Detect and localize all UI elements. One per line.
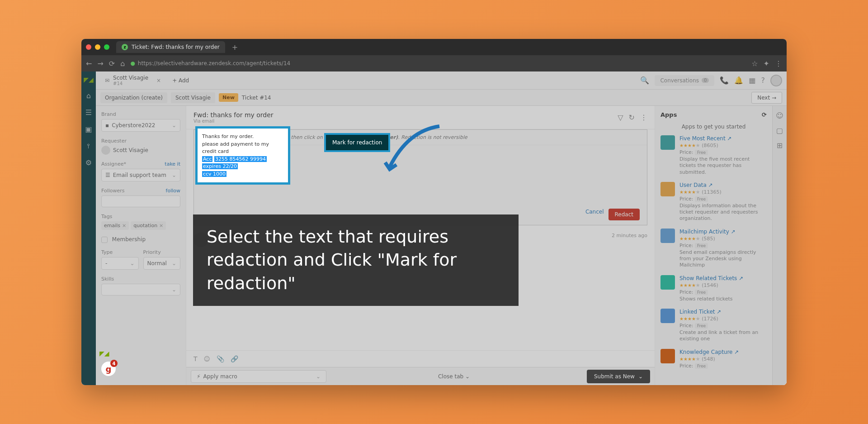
- remove-tag-icon[interactable]: ×: [159, 223, 163, 229]
- star-rating: ★★★★: [679, 236, 696, 241]
- group-icon: ☰: [105, 172, 110, 178]
- priority-select[interactable]: Normal⌄: [143, 257, 181, 270]
- tags-label: Tags: [101, 214, 180, 219]
- brand-select[interactable]: ▪ Cyberstore2022 ⌄: [101, 119, 180, 132]
- back-icon[interactable]: ←: [86, 59, 92, 68]
- zendesk-logo[interactable]: ◤◢: [84, 76, 94, 83]
- reload-icon[interactable]: ⟳: [109, 59, 115, 68]
- requester-field[interactable]: Scott Visagie: [101, 146, 180, 155]
- annotation-arrow: [381, 122, 444, 176]
- views-icon[interactable]: ☰: [85, 108, 92, 117]
- chevron-down-icon: ⌄: [172, 122, 176, 129]
- attachment-icon[interactable]: 📎: [217, 355, 224, 362]
- home-icon[interactable]: ⌂: [120, 59, 125, 68]
- message-timestamp: 2 minutes ago: [612, 233, 647, 239]
- add-tab-button[interactable]: + Add: [172, 77, 189, 84]
- reporting-icon[interactable]: ⫯: [87, 142, 90, 150]
- app-icon: [660, 275, 675, 290]
- remove-tag-icon[interactable]: ×: [122, 223, 126, 229]
- requester-avatar: [101, 146, 110, 155]
- more-icon[interactable]: ⋮: [640, 113, 647, 122]
- emoji-icon[interactable]: ☺: [204, 355, 211, 362]
- bell-icon[interactable]: 🔔: [734, 76, 743, 85]
- menu-icon[interactable]: ⋮: [775, 59, 782, 68]
- phone-icon[interactable]: 📞: [720, 76, 729, 85]
- knowledge-icon[interactable]: ▢: [776, 126, 783, 135]
- close-tab-button[interactable]: Close tab ⌄: [438, 373, 470, 380]
- app-description: Create and link a ticket from an existin…: [679, 329, 767, 343]
- type-select[interactable]: -⌄: [101, 257, 139, 270]
- right-rail: ☺ ▢ ⊞: [772, 106, 787, 385]
- app-description: Shows related tickets: [679, 296, 767, 302]
- membership-checkbox[interactable]: [101, 237, 108, 243]
- app-item[interactable]: Five Most Recent ↗ ★★★★★ (8605) Price: F…: [660, 135, 767, 176]
- skills-select[interactable]: ⌄: [101, 284, 180, 295]
- message-content-highlight: Thanks for my order. please add payment …: [195, 126, 290, 185]
- tutorial-instruction: Select the text that requires redaction …: [193, 214, 519, 306]
- refresh-apps-icon[interactable]: ⟳: [762, 111, 767, 118]
- conversations-button[interactable]: Conversations 0: [655, 75, 714, 86]
- macro-icon: ⚡: [197, 373, 200, 380]
- composer-toolbar: T ☺ 📎 🔗: [186, 350, 655, 367]
- apply-macro-select[interactable]: ⚡ Apply macro ⌄: [191, 370, 326, 383]
- app-name: Mailchimp Activity ↗: [679, 229, 767, 235]
- forward-icon[interactable]: →: [97, 59, 103, 68]
- close-tab-icon[interactable]: ×: [156, 77, 161, 84]
- tab-title: Ticket: Fwd: thanks for my order: [132, 44, 220, 50]
- app-name: Five Most Recent ↗: [679, 135, 767, 142]
- crumb-org[interactable]: Organization (create): [100, 92, 167, 103]
- star-rating: ★★★★: [679, 283, 696, 288]
- crumb-requester[interactable]: Scott Visagie: [171, 92, 215, 103]
- filter-icon[interactable]: ▽: [618, 113, 623, 122]
- user-context-icon[interactable]: ☺: [776, 111, 783, 120]
- redact-button[interactable]: Redact: [609, 209, 640, 220]
- submit-button[interactable]: Submit as New ⌄: [587, 370, 650, 383]
- app-item[interactable]: User Data ↗ ★★★★★ (11365) Price: Free Di…: [660, 182, 767, 222]
- close-window[interactable]: [86, 44, 91, 50]
- app-item[interactable]: Mailchimp Activity ↗ ★★★★★ (585) Price: …: [660, 229, 767, 269]
- cancel-button[interactable]: Cancel: [585, 209, 604, 220]
- help-icon[interactable]: ?: [761, 76, 765, 85]
- app-name: Show Related Tickets ↗: [679, 275, 767, 281]
- app-item[interactable]: Show Related Tickets ↗ ★★★★★ (1546) Pric…: [660, 275, 767, 302]
- zendesk-products-icon[interactable]: ◤◢: [99, 350, 109, 357]
- customers-icon[interactable]: ▣: [85, 125, 92, 133]
- url-bar: ← → ⟳ ⌂ ● https://selectivehardware.zend…: [81, 55, 787, 71]
- apps-subtitle: Apps to get you started: [660, 124, 767, 130]
- search-icon[interactable]: 🔍: [640, 76, 649, 85]
- via-channel: Via email: [193, 119, 274, 124]
- ticket-tab[interactable]: ✉ Scott Visagie #14 ×: [100, 75, 165, 86]
- url-field[interactable]: ● https://selectivehardware.zendesk.com/…: [130, 60, 746, 67]
- minimize-window[interactable]: [95, 44, 100, 50]
- apps-rail-icon[interactable]: ⊞: [777, 141, 783, 150]
- top-tabs: ✉ Scott Visagie #14 × + Add 🔍 Conversati…: [96, 71, 787, 90]
- grammarly-badge[interactable]: g: [101, 362, 116, 376]
- apps-grid-icon[interactable]: ▦: [749, 76, 755, 85]
- next-button[interactable]: Next →: [751, 92, 782, 104]
- user-avatar[interactable]: [770, 75, 782, 86]
- maximize-window[interactable]: [104, 44, 109, 50]
- follow-link[interactable]: follow: [166, 188, 180, 194]
- app-item[interactable]: Linked Ticket ↗ ★★★★★ (1726) Price: Free…: [660, 309, 767, 343]
- text-format-icon[interactable]: T: [193, 355, 198, 362]
- assignee-select[interactable]: ☰ Email support team ⌄: [101, 169, 180, 181]
- tag-emails[interactable]: emails×: [101, 221, 129, 230]
- app-name: Linked Ticket ↗: [679, 309, 767, 315]
- star-icon[interactable]: ☆: [751, 59, 758, 68]
- app-icon: [660, 135, 675, 150]
- new-tab-button[interactable]: +: [232, 43, 238, 52]
- take-it-link[interactable]: take it: [165, 161, 180, 167]
- app-icon: [660, 349, 675, 363]
- admin-icon[interactable]: ⚙: [85, 158, 92, 167]
- envelope-icon: ✉: [105, 77, 109, 84]
- extensions-icon[interactable]: ✦: [764, 59, 769, 68]
- membership-label: Membership: [112, 236, 146, 243]
- app-item[interactable]: Knowledge Capture ↗ ★★★★★ (548) Price: F…: [660, 349, 767, 370]
- new-badge: New: [219, 93, 238, 102]
- events-icon[interactable]: ↻: [629, 113, 635, 122]
- tag-quotation[interactable]: quotation×: [131, 221, 166, 230]
- link-icon[interactable]: 🔗: [231, 355, 238, 362]
- followers-input[interactable]: [101, 195, 180, 207]
- browser-tab[interactable]: z Ticket: Fwd: thanks for my order: [116, 41, 225, 53]
- home-nav-icon[interactable]: ⌂: [86, 91, 91, 100]
